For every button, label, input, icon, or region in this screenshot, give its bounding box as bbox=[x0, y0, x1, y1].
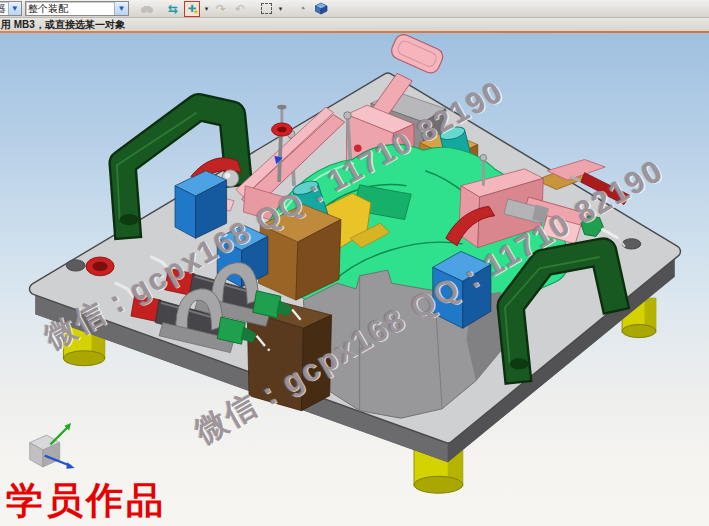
marquee-dropdown-icon[interactable]: ▾ bbox=[277, 5, 284, 13]
rotate-cw-icon[interactable]: ↷ bbox=[213, 1, 229, 17]
selection-filter-combo[interactable]: 器 ▼ bbox=[0, 1, 22, 16]
student-work-caption: 学员作品 bbox=[6, 476, 166, 526]
blue-block-right[interactable] bbox=[433, 251, 491, 328]
status-prompt-bar: 用 MB3，或直接选某一对象 bbox=[0, 18, 709, 31]
selection-scope-value: 整个装配 bbox=[26, 2, 114, 16]
swap-arrows-icon[interactable]: ⇆ bbox=[165, 1, 181, 17]
iso-view-cube-icon[interactable] bbox=[313, 1, 329, 17]
selection-scope-dropdown-icon[interactable]: ▼ bbox=[114, 2, 128, 15]
cad-application-window: 器 ▼ 整个装配 ▼ ⇆ ✚ ★ ▾ ↷ ↶ ▾ ◔ 用 MB3，或直接选某一对… bbox=[0, 0, 709, 526]
selection-filter-value: 器 bbox=[0, 2, 8, 16]
binoculars-icon[interactable] bbox=[139, 1, 155, 17]
move-component-dropdown-icon[interactable]: ▾ bbox=[203, 5, 210, 13]
star-glyph: ★ bbox=[193, 8, 199, 16]
move-component-icon[interactable]: ✚ ★ bbox=[184, 1, 200, 17]
assembly-toolbar: 器 ▼ 整个装配 ▼ ⇆ ✚ ★ ▾ ↷ ↶ ▾ ◔ bbox=[0, 0, 709, 18]
graphics-viewport[interactable]: 微信：gcpx168 QQ：11710 82190 微信：gcpx168 QQ：… bbox=[0, 33, 709, 526]
selection-filter-dropdown-icon[interactable]: ▼ bbox=[8, 2, 21, 15]
rotate-arrow-icon[interactable]: ↶ bbox=[232, 1, 248, 17]
fixture-3d-scene[interactable] bbox=[0, 33, 709, 526]
coordinate-triad bbox=[30, 423, 75, 469]
selection-scope-combo[interactable]: 整个装配 ▼ bbox=[25, 1, 129, 16]
orbit-sphere-icon[interactable]: ◔ bbox=[294, 1, 310, 17]
prompt-text: 用 MB3，或直接选某一对象 bbox=[1, 18, 125, 32]
marquee-select-icon[interactable] bbox=[258, 1, 274, 17]
